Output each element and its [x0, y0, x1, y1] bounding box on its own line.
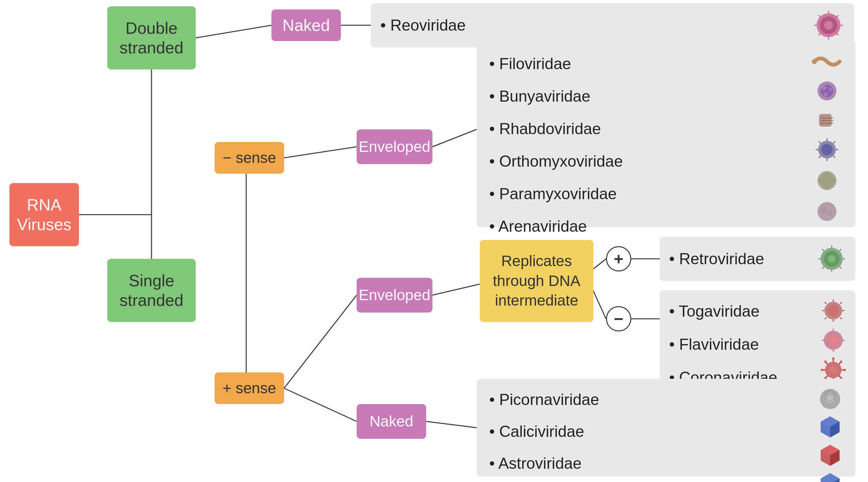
bunyaviridae-label: • Bunyaviridae: [489, 83, 805, 110]
rhabdoviridae-icon: [814, 109, 840, 131]
svg-point-36: [821, 85, 826, 90]
double-stranded-box: Doublestranded: [107, 6, 196, 69]
orthomyxoviridae-icon: [814, 137, 840, 162]
svg-point-58: [828, 211, 833, 216]
svg-point-105: [829, 365, 838, 374]
svg-point-72: [828, 305, 839, 316]
svg-line-15: [432, 284, 480, 295]
paramyxoviridae-icon: [814, 168, 840, 193]
svg-line-20: [426, 421, 476, 428]
enveloped-plus-box: Enveloped: [357, 278, 432, 312]
flaviviridae-icon: [820, 328, 846, 353]
svg-point-33: [838, 60, 841, 63]
svg-point-83: [830, 337, 836, 343]
plus-circle: +: [606, 246, 631, 271]
svg-point-99: [843, 369, 846, 371]
rhabdoviridae-label: • Rhabdoviridae: [489, 116, 805, 142]
svg-point-104: [824, 360, 827, 363]
svg-line-31: [818, 15, 820, 18]
svg-line-68: [822, 267, 824, 269]
svg-line-11: [284, 147, 357, 158]
svg-line-76: [840, 318, 842, 319]
naked-plus-box: Naked: [357, 404, 426, 439]
hepeviridae-icon: [819, 472, 841, 482]
svg-line-51: [819, 156, 820, 158]
filoviridae-icon: [811, 51, 843, 72]
astroviridae-icon: [819, 443, 841, 469]
bunyaviridae-icon: [814, 78, 840, 103]
naked-ds-box: Naked: [272, 9, 341, 41]
svg-line-66: [840, 267, 841, 269]
positive-naked-families-box: • Picornaviridae • Caliciviridae • Astro…: [476, 379, 856, 477]
svg-point-23: [824, 21, 833, 30]
togaviridae-icon: [820, 298, 846, 323]
svg-line-70: [822, 249, 824, 251]
filoviridae-label: • Filoviridae: [489, 51, 805, 77]
svg-line-47: [833, 142, 835, 143]
svg-line-29: [818, 33, 820, 35]
minus-sense-box: − sense: [215, 142, 284, 174]
svg-point-103: [820, 369, 823, 371]
paramyxoviridae-label: • Paramyxoviridae: [489, 181, 805, 207]
svg-point-38: [823, 92, 828, 97]
negative-sense-families-box: • Filoviridae • Bunyaviridae • Rhabdovir…: [476, 41, 856, 227]
svg-line-12: [432, 129, 476, 147]
single-stranded-box: Singlestranded: [107, 259, 196, 322]
caliciviridae-icon: [819, 415, 841, 440]
togaviridae-label: • Togaviridae: [669, 298, 816, 325]
svg-line-74: [840, 302, 842, 304]
flaviviridae-label: • Flaviviridae: [669, 331, 816, 358]
svg-point-55: [822, 176, 832, 185]
svg-line-80: [825, 302, 826, 304]
reoviridae-icon: [813, 9, 844, 41]
svg-point-45: [821, 144, 833, 155]
svg-point-32: [812, 59, 817, 64]
picornaviridae-icon: [817, 386, 843, 412]
svg-point-97: [832, 357, 835, 360]
retroviridae-label: • Retroviridae: [669, 246, 808, 272]
astroviridae-label: • Astroviridae: [489, 450, 811, 477]
positive-enveloped-families-box: • Togaviridae • Flaviviridae • Coronavir…: [660, 291, 856, 391]
arenaviridae-icon: [814, 199, 840, 224]
svg-line-64: [840, 249, 841, 251]
orthomyxoviridae-label: • Orthomyxoviridae: [489, 148, 805, 175]
reoviridae-label: • Reoviridae: [380, 12, 800, 39]
svg-line-25: [836, 15, 839, 18]
retroviridae-icon: [817, 245, 846, 273]
svg-line-13: [284, 295, 357, 388]
arenaviridae-label: • Arenaviridae: [489, 213, 805, 240]
plus-sense-box: + sense: [215, 372, 284, 404]
svg-line-49: [833, 156, 835, 158]
svg-line-14: [284, 388, 357, 421]
caliciviridae-label: • Caliciviridae: [489, 418, 811, 445]
svg-line-53: [819, 142, 820, 143]
reoviridae-box: • Reoviridae: [371, 3, 854, 47]
svg-point-56: [817, 202, 836, 221]
svg-point-57: [820, 207, 827, 213]
minus-circle: −: [606, 306, 631, 331]
retroviridae-box: • Retroviridae: [660, 237, 856, 281]
svg-point-62: [828, 255, 836, 263]
svg-line-5: [196, 25, 272, 38]
picornaviridae-label: • Picornaviridae: [489, 386, 811, 413]
svg-line-27: [836, 33, 839, 35]
dna-intermediate-box: Replicatesthrough DNAintermediate: [480, 240, 593, 322]
enveloped-minus-box: Enveloped: [357, 129, 432, 164]
rna-viruses-box: RNA Viruses: [9, 183, 79, 246]
svg-point-98: [840, 360, 842, 363]
rna-virus-diagram: RNA Viruses Doublestranded Singlestrande…: [0, 0, 868, 482]
svg-line-78: [825, 318, 826, 319]
svg-point-37: [829, 87, 833, 91]
svg-point-59: [825, 213, 828, 216]
